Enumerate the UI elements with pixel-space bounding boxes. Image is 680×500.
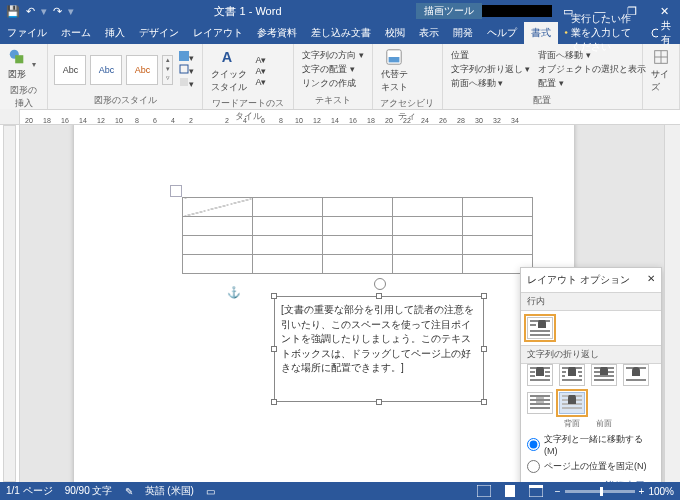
text-fill-button[interactable]: A▾ (253, 55, 268, 65)
text-align-button[interactable]: 文字の配置 ▾ (300, 63, 366, 76)
language-status[interactable]: 英語 (米国) (145, 484, 194, 498)
tab-5[interactable]: 参考資料 (250, 22, 304, 44)
tab-7[interactable]: 校閲 (378, 22, 412, 44)
position-button[interactable]: 位置 (449, 49, 533, 62)
quick-styles-button[interactable]: A クイック スタイル (209, 46, 249, 96)
alt-text-button[interactable]: 代替テ キスト (379, 46, 410, 96)
shape-style-1[interactable]: Abc (54, 55, 86, 85)
contextual-tool-tab: 描画ツール (416, 3, 552, 19)
fix-position-radio[interactable]: ページ上の位置を固定(N) (521, 458, 661, 475)
wrap-topbottom-icon[interactable] (623, 364, 649, 386)
zoom-level[interactable]: 100% (648, 486, 674, 497)
see-more-link[interactable]: 詳細表示... (521, 475, 661, 482)
text-box[interactable]: [文書の重要な部分を引用して読者の注意を引いたり、このスペースを使って注目ポイン… (274, 296, 484, 402)
wrap-inline-icon[interactable] (527, 317, 553, 339)
send-backward-button[interactable]: 背面へ移動 ▾ (536, 49, 648, 62)
wrap-section-label: 文字列の折り返し (521, 345, 661, 364)
anchor-icon: ⚓ (227, 286, 241, 299)
size-button[interactable]: サイズ (649, 46, 673, 96)
horizontal-ruler[interactable]: 2018161412108642246810121416182022242628… (0, 110, 680, 125)
wrap-behind-icon[interactable] (527, 392, 553, 414)
text-direction-button[interactable]: 文字列の方向 ▾ (300, 49, 366, 62)
wrap-through-icon[interactable] (591, 364, 617, 386)
quick-access-toolbar: 💾 ↶ ▾ ↷ ▾ (0, 5, 80, 18)
wrap-front-icon[interactable] (559, 392, 585, 414)
shape-style-2[interactable]: Abc (90, 55, 122, 85)
close-icon[interactable]: ✕ (647, 273, 655, 287)
selection-pane-button[interactable]: オブジェクトの選択と表示 (536, 63, 648, 76)
svg-rect-29 (594, 375, 614, 377)
svg-rect-22 (562, 371, 566, 373)
undo-icon[interactable]: ↶ (26, 5, 35, 18)
layout-options-title: レイアウト オプション (527, 273, 630, 287)
svg-rect-35 (530, 403, 550, 405)
text-group-list: 文字列の方向 ▾ 文字の配置 ▾ リンクの作成 (300, 49, 366, 90)
tab-10[interactable]: ヘルプ (480, 22, 524, 44)
tab-6[interactable]: 差し込み文書 (304, 22, 378, 44)
create-link-button[interactable]: リンクの作成 (300, 77, 366, 90)
shape-style-3[interactable]: Abc (126, 55, 158, 85)
move-with-text-radio[interactable]: 文字列と一緒に移動する(M) (521, 431, 661, 458)
ribbon-tabs: ファイルホーム挿入デザインレイアウト参考資料差し込み文書校閲表示開発ヘルプ書式実… (0, 22, 680, 44)
spell-check-icon[interactable]: ✎ (125, 486, 133, 497)
wrap-tight-icon[interactable] (559, 364, 585, 386)
svg-text:A: A (222, 49, 233, 65)
svg-rect-14 (530, 334, 550, 336)
svg-rect-32 (626, 379, 646, 381)
style-gallery-scroll[interactable]: ▴▾▿ (162, 55, 173, 85)
text-effects-button[interactable]: A▾ (253, 77, 268, 87)
tab-4[interactable]: レイアウト (186, 22, 250, 44)
shapes-button[interactable]: 図形 (6, 46, 28, 83)
tab-8[interactable]: 表示 (412, 22, 446, 44)
table-move-handle[interactable] (170, 185, 182, 197)
page[interactable]: ⚓ [文書の重要な部分を引用して読者の注意を引いたり、このスペースを使って注目ポ… (74, 125, 574, 482)
vertical-ruler[interactable] (0, 125, 20, 482)
print-layout-icon[interactable] (503, 485, 517, 497)
svg-rect-23 (578, 371, 582, 373)
tab-1[interactable]: ホーム (54, 22, 98, 44)
bring-forward-button[interactable]: 前面へ移動 ▾ (449, 77, 533, 90)
vertical-scrollbar[interactable] (664, 125, 680, 482)
svg-rect-30 (594, 379, 614, 381)
svg-rect-3 (15, 55, 23, 63)
rotate-handle[interactable] (374, 278, 386, 290)
status-bar: 1/1 ページ 90/90 文字 ✎ 英語 (米国) ▭ −+ 100% (0, 482, 680, 500)
align-button[interactable]: 配置 ▾ (536, 77, 648, 90)
tab-11[interactable]: 書式 (524, 22, 558, 44)
document-area[interactable]: ⚓ [文書の重要な部分を引用して読者の注意を引いたり、このスペースを使って注目ポ… (20, 125, 664, 482)
zoom-slider[interactable]: −+ 100% (555, 486, 674, 497)
svg-rect-5 (180, 65, 188, 73)
tab-0[interactable]: ファイル (0, 22, 54, 44)
svg-rect-18 (530, 375, 535, 377)
svg-rect-34 (530, 399, 550, 401)
svg-rect-36 (530, 407, 550, 409)
shape-outline-button[interactable]: ▾ (177, 64, 196, 76)
tab-2[interactable]: 挿入 (98, 22, 132, 44)
wrap-square-icon[interactable] (527, 364, 553, 386)
svg-rect-13 (530, 330, 550, 332)
svg-rect-24 (562, 375, 565, 377)
page-count[interactable]: 1/1 ページ (6, 484, 53, 498)
svg-rect-4 (179, 51, 189, 61)
ime-status[interactable]: ▭ (206, 486, 215, 497)
svg-rect-19 (545, 375, 550, 377)
svg-rect-42 (505, 485, 515, 497)
document-table[interactable] (182, 197, 533, 274)
shape-fill-button[interactable]: ▾ (177, 51, 196, 63)
web-layout-icon[interactable] (529, 485, 543, 497)
share-button[interactable]: 共有 (645, 19, 680, 47)
tab-3[interactable]: デザイン (132, 22, 186, 44)
svg-rect-25 (579, 375, 582, 377)
save-icon[interactable]: 💾 (6, 5, 20, 18)
shape-effects-button[interactable]: ▾ (177, 77, 196, 89)
redo-icon[interactable]: ↷ (53, 5, 62, 18)
svg-rect-17 (545, 371, 550, 373)
tab-9[interactable]: 開発 (446, 22, 480, 44)
svg-point-1 (652, 29, 658, 37)
close-button[interactable]: ✕ (648, 5, 680, 18)
read-mode-icon[interactable] (477, 485, 491, 497)
wrap-text-button[interactable]: 文字列の折り返し ▾ (449, 63, 533, 76)
word-count[interactable]: 90/90 文字 (65, 484, 113, 498)
text-outline-button[interactable]: A▾ (253, 66, 268, 76)
svg-rect-12 (530, 324, 536, 326)
